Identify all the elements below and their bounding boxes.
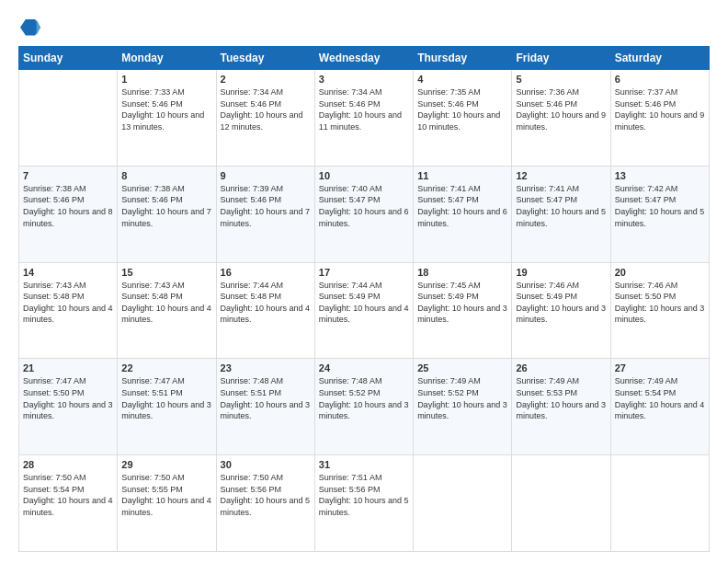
day-number: 11 <box>417 170 507 181</box>
day-info: Sunrise: 7:35 AM Sunset: 5:46 PM Dayligh… <box>417 86 507 132</box>
day-number: 25 <box>417 362 507 373</box>
calendar-cell: 2Sunrise: 7:34 AM Sunset: 5:46 PM Daylig… <box>216 70 314 167</box>
day-number: 27 <box>615 362 705 373</box>
day-info: Sunrise: 7:41 AM Sunset: 5:47 PM Dayligh… <box>516 183 606 229</box>
calendar-cell: 17Sunrise: 7:44 AM Sunset: 5:49 PM Dayli… <box>314 262 413 359</box>
calendar-cell: 30Sunrise: 7:50 AM Sunset: 5:56 PM Dayli… <box>216 455 314 552</box>
day-info: Sunrise: 7:47 AM Sunset: 5:51 PM Dayligh… <box>121 375 211 421</box>
day-number: 8 <box>121 170 211 181</box>
day-number: 10 <box>319 170 409 181</box>
day-info: Sunrise: 7:48 AM Sunset: 5:52 PM Dayligh… <box>319 375 409 421</box>
day-info: Sunrise: 7:43 AM Sunset: 5:48 PM Dayligh… <box>23 280 113 326</box>
day-info: Sunrise: 7:49 AM Sunset: 5:52 PM Dayligh… <box>417 375 507 421</box>
day-number: 1 <box>121 74 211 85</box>
day-number: 29 <box>121 459 211 470</box>
calendar-cell: 6Sunrise: 7:37 AM Sunset: 5:46 PM Daylig… <box>610 70 709 167</box>
day-info: Sunrise: 7:36 AM Sunset: 5:46 PM Dayligh… <box>516 86 606 132</box>
calendar-cell: 29Sunrise: 7:50 AM Sunset: 5:55 PM Dayli… <box>118 455 216 552</box>
day-number: 5 <box>516 74 606 85</box>
weekday-header-monday: Monday <box>118 47 216 70</box>
day-number: 9 <box>221 170 311 181</box>
day-number: 20 <box>615 267 705 278</box>
weekday-header-sunday: Sunday <box>19 47 118 70</box>
day-info: Sunrise: 7:47 AM Sunset: 5:50 PM Dayligh… <box>23 375 113 421</box>
day-info: Sunrise: 7:44 AM Sunset: 5:48 PM Dayligh… <box>221 280 311 326</box>
calendar-cell: 15Sunrise: 7:43 AM Sunset: 5:48 PM Dayli… <box>118 262 216 359</box>
day-info: Sunrise: 7:49 AM Sunset: 5:54 PM Dayligh… <box>615 375 705 421</box>
day-info: Sunrise: 7:33 AM Sunset: 5:46 PM Dayligh… <box>121 86 211 132</box>
day-info: Sunrise: 7:50 AM Sunset: 5:54 PM Dayligh… <box>23 472 113 518</box>
week-row-1: 1Sunrise: 7:33 AM Sunset: 5:46 PM Daylig… <box>19 70 710 167</box>
day-number: 16 <box>221 267 311 278</box>
day-number: 26 <box>516 362 606 373</box>
day-info: Sunrise: 7:43 AM Sunset: 5:48 PM Dayligh… <box>121 280 211 326</box>
day-info: Sunrise: 7:38 AM Sunset: 5:46 PM Dayligh… <box>121 183 211 229</box>
calendar-cell: 25Sunrise: 7:49 AM Sunset: 5:52 PM Dayli… <box>414 359 512 455</box>
day-number: 3 <box>319 74 409 85</box>
day-number: 23 <box>221 362 311 373</box>
weekday-header-row: SundayMondayTuesdayWednesdayThursdayFrid… <box>19 47 710 70</box>
weekday-header-tuesday: Tuesday <box>216 47 314 70</box>
day-number: 13 <box>615 170 705 181</box>
calendar-cell: 26Sunrise: 7:49 AM Sunset: 5:53 PM Dayli… <box>512 359 610 455</box>
calendar-cell: 8Sunrise: 7:38 AM Sunset: 5:46 PM Daylig… <box>118 166 216 262</box>
calendar-cell: 11Sunrise: 7:41 AM Sunset: 5:47 PM Dayli… <box>414 166 512 262</box>
calendar-cell: 28Sunrise: 7:50 AM Sunset: 5:54 PM Dayli… <box>19 455 118 552</box>
calendar-cell: 5Sunrise: 7:36 AM Sunset: 5:46 PM Daylig… <box>512 70 610 167</box>
day-number: 28 <box>23 459 113 470</box>
calendar-cell: 9Sunrise: 7:39 AM Sunset: 5:46 PM Daylig… <box>216 166 314 262</box>
day-info: Sunrise: 7:46 AM Sunset: 5:50 PM Dayligh… <box>615 280 705 326</box>
day-number: 21 <box>23 362 113 373</box>
day-number: 31 <box>319 459 409 470</box>
calendar-cell: 1Sunrise: 7:33 AM Sunset: 5:46 PM Daylig… <box>118 70 216 167</box>
day-number: 22 <box>121 362 211 373</box>
calendar-cell: 31Sunrise: 7:51 AM Sunset: 5:56 PM Dayli… <box>314 455 413 552</box>
day-info: Sunrise: 7:44 AM Sunset: 5:49 PM Dayligh… <box>319 280 409 326</box>
weekday-header-friday: Friday <box>512 47 610 70</box>
day-number: 30 <box>221 459 311 470</box>
day-info: Sunrise: 7:48 AM Sunset: 5:51 PM Dayligh… <box>221 375 311 421</box>
calendar-cell: 14Sunrise: 7:43 AM Sunset: 5:48 PM Dayli… <box>19 262 118 359</box>
day-info: Sunrise: 7:40 AM Sunset: 5:47 PM Dayligh… <box>319 183 409 229</box>
day-info: Sunrise: 7:34 AM Sunset: 5:46 PM Dayligh… <box>319 86 409 132</box>
week-row-2: 7Sunrise: 7:38 AM Sunset: 5:46 PM Daylig… <box>19 166 710 262</box>
calendar-cell <box>610 455 709 552</box>
calendar-cell: 3Sunrise: 7:34 AM Sunset: 5:46 PM Daylig… <box>314 70 413 167</box>
calendar-cell: 4Sunrise: 7:35 AM Sunset: 5:46 PM Daylig… <box>414 70 512 167</box>
day-info: Sunrise: 7:49 AM Sunset: 5:53 PM Dayligh… <box>516 375 606 421</box>
calendar-cell <box>414 455 512 552</box>
week-row-3: 14Sunrise: 7:43 AM Sunset: 5:48 PM Dayli… <box>19 262 710 359</box>
day-info: Sunrise: 7:34 AM Sunset: 5:46 PM Dayligh… <box>221 86 311 132</box>
day-number: 24 <box>319 362 409 373</box>
calendar-cell: 7Sunrise: 7:38 AM Sunset: 5:46 PM Daylig… <box>19 166 118 262</box>
calendar-cell: 22Sunrise: 7:47 AM Sunset: 5:51 PM Dayli… <box>118 359 216 455</box>
day-number: 17 <box>319 267 409 278</box>
calendar-cell: 10Sunrise: 7:40 AM Sunset: 5:47 PM Dayli… <box>314 166 413 262</box>
day-info: Sunrise: 7:45 AM Sunset: 5:49 PM Dayligh… <box>417 280 507 326</box>
calendar-cell: 18Sunrise: 7:45 AM Sunset: 5:49 PM Dayli… <box>414 262 512 359</box>
week-row-5: 28Sunrise: 7:50 AM Sunset: 5:54 PM Dayli… <box>19 455 710 552</box>
weekday-header-saturday: Saturday <box>610 47 709 70</box>
day-info: Sunrise: 7:41 AM Sunset: 5:47 PM Dayligh… <box>417 183 507 229</box>
week-row-4: 21Sunrise: 7:47 AM Sunset: 5:50 PM Dayli… <box>19 359 710 455</box>
calendar-cell: 13Sunrise: 7:42 AM Sunset: 5:47 PM Dayli… <box>610 166 709 262</box>
day-number: 14 <box>23 267 113 278</box>
day-number: 12 <box>516 170 606 181</box>
weekday-header-wednesday: Wednesday <box>314 47 413 70</box>
day-info: Sunrise: 7:51 AM Sunset: 5:56 PM Dayligh… <box>319 472 409 518</box>
calendar-cell: 23Sunrise: 7:48 AM Sunset: 5:51 PM Dayli… <box>216 359 314 455</box>
day-info: Sunrise: 7:39 AM Sunset: 5:46 PM Dayligh… <box>221 183 311 229</box>
day-info: Sunrise: 7:42 AM Sunset: 5:47 PM Dayligh… <box>615 183 705 229</box>
day-number: 18 <box>417 267 507 278</box>
day-info: Sunrise: 7:38 AM Sunset: 5:46 PM Dayligh… <box>23 183 113 229</box>
page: SundayMondayTuesdayWednesdayThursdayFrid… <box>0 0 728 563</box>
calendar-cell: 19Sunrise: 7:46 AM Sunset: 5:49 PM Dayli… <box>512 262 610 359</box>
logo <box>18 17 40 37</box>
day-number: 15 <box>121 267 211 278</box>
day-number: 2 <box>221 74 311 85</box>
header <box>18 17 710 37</box>
day-number: 6 <box>615 74 705 85</box>
day-number: 4 <box>417 74 507 85</box>
day-number: 7 <box>23 170 113 181</box>
calendar-cell: 27Sunrise: 7:49 AM Sunset: 5:54 PM Dayli… <box>610 359 709 455</box>
